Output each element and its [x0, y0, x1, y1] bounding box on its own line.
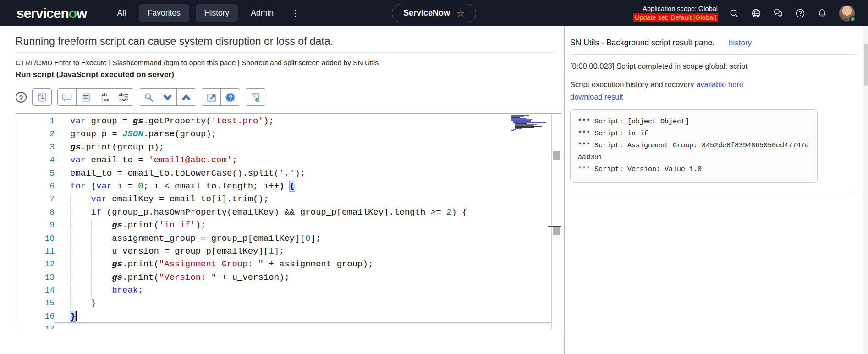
line-number: 16	[16, 310, 55, 323]
script-status-line: [0:00:00.023] Script completed in scope …	[570, 62, 857, 71]
download-result-link[interactable]: download result	[570, 93, 623, 101]
frame-divider-line	[548, 226, 561, 227]
run-script-heading: Run script (JavaScript executed on serve…	[16, 70, 564, 79]
line-number: 13	[16, 271, 55, 284]
nav-favorites[interactable]: Favorites	[139, 4, 189, 22]
popout-icon[interactable]	[202, 89, 221, 105]
chevron-up-icon[interactable]	[177, 89, 196, 105]
result-pane-scrollbar[interactable]	[863, 26, 868, 354]
globe-icon[interactable]	[751, 8, 762, 19]
divider	[570, 191, 857, 191]
chevron-down-icon[interactable]	[158, 89, 177, 105]
frame-scrollbar-thumb[interactable]	[553, 227, 560, 235]
replace-icon[interactable]: abac	[95, 89, 114, 105]
workspace-switcher[interactable]: ServiceNow ☆	[392, 4, 476, 22]
nav-history[interactable]: History	[196, 4, 238, 22]
scrollbar-track-line	[551, 114, 552, 329]
code-line[interactable]: 14break;	[16, 284, 551, 297]
line-number: 6	[16, 180, 55, 193]
warning-title: Running freeform script can cause system…	[16, 35, 564, 48]
top-navigation-bar: servicenow All Favorites History Admin ⋮…	[0, 0, 868, 26]
svg-text:ac: ac	[121, 98, 126, 102]
code-line[interactable]: 2group_p = JSON.parse(group);	[16, 127, 551, 140]
code-line[interactable]: 6for (var i = 0; i < email_to.length; i+…	[16, 180, 551, 193]
line-number: 11	[16, 245, 55, 258]
available-here-link[interactable]: available here	[696, 80, 743, 88]
background-script-pane: Running freeform script can cause system…	[0, 26, 565, 354]
code-line[interactable]: 9gs.print('in if');	[16, 219, 551, 232]
code-line[interactable]: 1var group = gs.getProperty('test.pro');	[16, 115, 551, 127]
history-link[interactable]: history	[729, 39, 752, 47]
line-number: 9	[16, 219, 55, 232]
result-pane: SN Utils - Background script result pane…	[565, 26, 868, 354]
chat-icon[interactable]	[773, 8, 784, 19]
search-icon[interactable]	[729, 8, 740, 19]
help-icon[interactable]	[795, 8, 806, 19]
toolbar-group-edit: abac abac	[57, 88, 133, 106]
workspace-name: ServiceNow	[403, 8, 450, 18]
toolbar-group-run	[246, 88, 265, 106]
help-blue-icon[interactable]: ?	[221, 89, 240, 105]
code-editor-lines[interactable]: 1var group = gs.getProperty('test.pro');…	[16, 115, 551, 329]
editor-scrollbar-thumb[interactable]	[553, 151, 560, 160]
toolbar-group-script	[32, 88, 52, 106]
code-line[interactable]: 13gs.print("Version: " + u_version);	[16, 271, 551, 284]
code-line[interactable]: 7var emailKey = email_to[i].trim();	[16, 193, 551, 205]
line-number: 12	[16, 258, 55, 271]
code-line[interactable]: 4var email_to = 'email1@abc.com';	[16, 154, 551, 166]
nav-admin[interactable]: Admin	[244, 5, 280, 22]
script-icon[interactable]	[33, 89, 51, 105]
line-number: 5	[16, 167, 55, 180]
line-number: 7	[16, 193, 55, 205]
recovery-text-label: Script execution history and recovery	[570, 80, 696, 88]
svg-text:?: ?	[229, 94, 232, 101]
result-pane-title: SN Utils - Background script result pane…	[570, 38, 714, 47]
result-pane-scrollbar-thumb[interactable]	[864, 44, 868, 86]
line-number: 2	[16, 127, 55, 140]
line-number: 14	[16, 284, 55, 297]
run-script-check-icon[interactable]	[246, 89, 265, 105]
application-scope-text: Application scope: Global	[633, 5, 718, 13]
topbar-right-cluster: Application scope: Global Update set: De…	[633, 5, 855, 22]
bell-icon[interactable]	[817, 8, 828, 19]
svg-text:ab: ab	[102, 92, 107, 97]
toolbar-group-window: ?	[202, 88, 240, 106]
code-line[interactable]: 10assignment_group = group_p[emailKey][0…	[16, 232, 551, 245]
nav-all[interactable]: All	[110, 5, 132, 22]
format-code-icon[interactable]	[77, 89, 95, 105]
script-output-box: *** Script: [object Object] *** Script: …	[570, 109, 818, 183]
servicenow-logo[interactable]: servicenow	[16, 6, 87, 21]
code-line[interactable]: 8if (group_p.hasOwnProperty(emailKey) &&…	[16, 206, 551, 219]
line-number: 8	[16, 206, 55, 219]
divider	[16, 52, 554, 53]
line-number: 1	[16, 115, 55, 127]
more-menu-icon[interactable]: ⋮	[286, 8, 304, 18]
avatar[interactable]: ✓	[839, 5, 855, 22]
comment-icon[interactable]	[58, 89, 77, 105]
update-set-text: Update set: Default [Global]	[633, 13, 718, 22]
application-scope[interactable]: Application scope: Global Update set: De…	[633, 5, 718, 22]
code-line[interactable]: 16}	[16, 310, 551, 323]
editor-scrollbar[interactable]	[551, 114, 561, 329]
favorite-star-icon[interactable]: ☆	[456, 8, 465, 19]
code-line[interactable]: 3gs.print(group_p);	[16, 141, 551, 154]
code-line[interactable]: 12gs.print("Assignment Group: " + assign…	[16, 258, 551, 271]
code-line[interactable]: 5email_to = email_to.toLowerCase().split…	[16, 167, 551, 180]
code-line[interactable]: 17	[16, 323, 551, 329]
search-icon[interactable]	[139, 89, 158, 105]
script-output-text: *** Script: [object Object] *** Script: …	[578, 116, 810, 176]
svg-text:ab: ab	[119, 92, 124, 97]
line-number: 4	[16, 154, 55, 166]
shortcut-hint: CTRL/CMD Enter to Execute | Slashcommand…	[16, 59, 564, 67]
code-line[interactable]: 11u_version = group_p[emailKey][1];	[16, 245, 551, 258]
svg-text:ac: ac	[104, 98, 109, 102]
divider	[570, 54, 857, 55]
code-editor[interactable]: 1var group = gs.getProperty('test.pro');…	[16, 113, 561, 329]
code-line[interactable]: 15}	[16, 297, 551, 310]
editor-toolbar: ? abac abac	[16, 88, 564, 106]
help-icon[interactable]: ?	[16, 92, 27, 103]
recovery-text: Script execution history and recovery av…	[570, 78, 790, 103]
replace-all-icon[interactable]: abac	[114, 89, 133, 105]
line-number: 10	[16, 232, 55, 245]
code-minimap	[511, 115, 547, 133]
